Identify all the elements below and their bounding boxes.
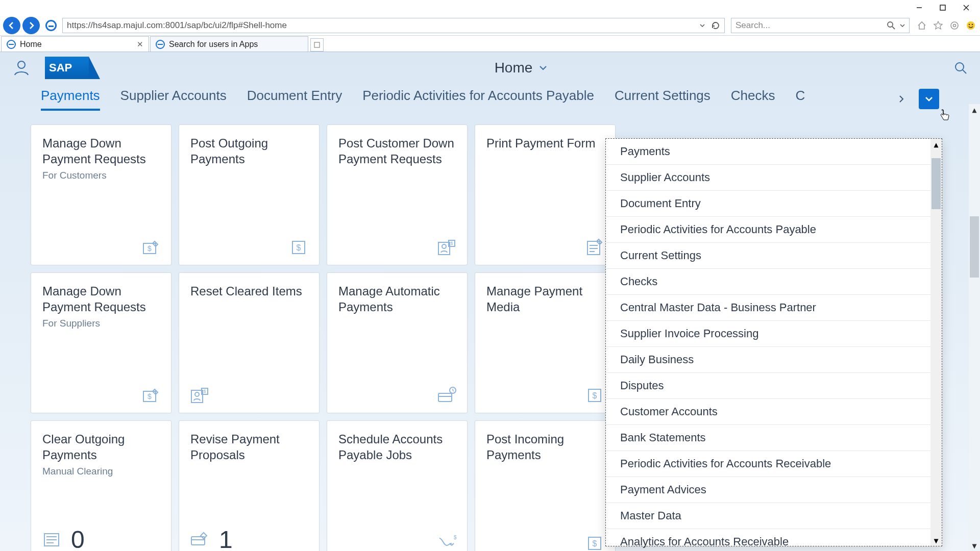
menu-scrollbar[interactable]: ▴ ▾ [930, 139, 942, 546]
window-minimize-button[interactable] [908, 0, 931, 15]
browser-tab-home[interactable]: Home ✕ [1, 36, 149, 52]
scroll-up-icon[interactable]: ▴ [930, 139, 942, 150]
tile[interactable]: Post Outgoing Payments$ [179, 124, 320, 265]
svg-rect-33 [438, 393, 452, 402]
overflow-menu-item[interactable]: Payments [606, 139, 942, 165]
smiley-icon[interactable] [965, 19, 977, 32]
dollar-box-icon: $ [584, 385, 605, 406]
overflow-menu-item[interactable]: Supplier Accounts [606, 165, 942, 191]
tile[interactable]: Reset Cleared Items$ [179, 272, 320, 413]
svg-rect-1 [940, 5, 945, 10]
anchor-tab[interactable]: Supplier Accounts [120, 88, 227, 111]
tile[interactable]: Revise Payment Proposals1 [179, 420, 320, 551]
tile-footer: $ [189, 385, 210, 406]
tile[interactable]: Print Payment Form [475, 124, 616, 265]
overflow-menu-item[interactable]: Supplier Invoice Processing [606, 321, 942, 347]
address-bar[interactable]: https://hs4sap.majul.com:8001/sap/bc/ui2… [62, 18, 725, 33]
svg-point-10 [972, 23, 973, 25]
tile-footer: 1 [189, 525, 233, 551]
svg-point-30 [195, 392, 199, 396]
search-icon[interactable] [887, 21, 896, 30]
overflow-menu-item[interactable]: Customer Accounts [606, 399, 942, 425]
scroll-up-icon[interactable]: ▴ [969, 104, 980, 115]
anchor-tab[interactable]: Payments [41, 88, 100, 111]
overflow-menu-item[interactable]: Bank Statements [606, 425, 942, 451]
dollar-box-icon: $ [584, 533, 605, 551]
page-scrollbar[interactable]: ▴ ▾ [969, 104, 980, 551]
tile[interactable]: Schedule Accounts Payable Jobs$ [327, 420, 468, 551]
ie-icon [156, 40, 165, 49]
overflow-menu-item[interactable]: Daily Business [606, 347, 942, 373]
svg-point-6 [951, 22, 958, 29]
browser-search-input[interactable]: Search... [731, 18, 910, 33]
overflow-menu-item[interactable]: Analytics for Accounts Receivable [606, 529, 942, 551]
sap-logo[interactable]: SAP [45, 57, 89, 79]
overflow-menu-item[interactable]: Periodic Activities for Accounts Payable [606, 217, 942, 243]
anchor-scroll-right[interactable] [897, 95, 913, 103]
dollar-box-icon: $ [288, 237, 309, 258]
nav-forward-button[interactable] [22, 17, 40, 34]
tile-title: Schedule Accounts Payable Jobs [338, 431, 456, 463]
tile-footer: 0 [41, 525, 85, 551]
favorites-icon[interactable] [932, 19, 944, 32]
search-dropdown-icon[interactable] [900, 23, 905, 28]
svg-line-5 [892, 27, 895, 29]
anchor-tab[interactable]: Checks [731, 88, 775, 111]
address-dropdown-icon[interactable] [700, 23, 705, 28]
new-tab-button[interactable] [310, 38, 324, 52]
scroll-thumb[interactable] [970, 216, 979, 278]
home-icon[interactable] [916, 19, 928, 32]
chart-down-icon: $ [436, 533, 457, 551]
scroll-down-icon[interactable]: ▾ [930, 535, 942, 546]
window-close-button[interactable] [954, 0, 978, 15]
nav-back-button[interactable] [3, 17, 20, 34]
cursor-icon [939, 109, 950, 122]
scroll-down-icon[interactable]: ▾ [969, 540, 980, 551]
overflow-menu-item[interactable]: Central Master Data - Business Partner [606, 295, 942, 321]
tile-title: Manage Automatic Payments [338, 283, 456, 315]
overflow-menu-item[interactable]: Document Entry [606, 191, 942, 217]
browser-tab-search-apps[interactable]: Search for users in Apps [150, 36, 308, 52]
shell-search-button[interactable] [953, 61, 968, 75]
shell-title-button[interactable]: Home [89, 60, 953, 76]
user-profile-button[interactable] [12, 59, 31, 77]
ie-icon [7, 40, 16, 49]
anchor-tab[interactable]: Current Settings [615, 88, 710, 111]
tile[interactable]: Clear Outgoing PaymentsManual Clearing0 [31, 420, 172, 551]
refresh-icon[interactable] [711, 21, 720, 30]
tab-close-icon[interactable]: ✕ [137, 40, 143, 49]
overflow-menu-item[interactable]: Current Settings [606, 243, 942, 269]
browser-tabstrip: Home ✕ Search for users in Apps [0, 36, 980, 52]
scroll-thumb[interactable] [932, 158, 941, 209]
list-icon [41, 530, 62, 550]
tile-footer: $ [436, 533, 457, 551]
window-maximize-button[interactable] [931, 0, 954, 15]
anchor-tab[interactable]: Document Entry [247, 88, 342, 111]
tile[interactable]: Manage Automatic Payments [327, 272, 468, 413]
tile[interactable]: Manage Payment Media$ [475, 272, 616, 413]
svg-text:$: $ [593, 391, 597, 400]
tile[interactable]: Post Incoming Payments$ [475, 420, 616, 551]
tab-label: Home [20, 40, 42, 49]
tools-icon[interactable] [948, 19, 961, 32]
svg-point-8 [967, 21, 975, 30]
overflow-menu-item[interactable]: Periodic Activities for Accounts Receiva… [606, 451, 942, 477]
overflow-menu-item[interactable]: Master Data [606, 503, 942, 529]
search-placeholder-text: Search... [736, 20, 770, 31]
anchor-tab[interactable]: C [796, 88, 805, 111]
tile-title: Manage Payment Media [486, 283, 604, 315]
tile[interactable]: Post Customer Down Payment Requests$ [327, 124, 468, 265]
tile-kpi: 1 [219, 525, 233, 551]
tile-title: Clear Outgoing Payments [42, 431, 160, 463]
tile-footer [584, 237, 605, 258]
svg-text:$: $ [148, 244, 152, 253]
overflow-menu-item[interactable]: Disputes [606, 373, 942, 399]
overflow-menu-item[interactable]: Payment Advices [606, 477, 942, 503]
form-edit-icon [584, 237, 605, 258]
overflow-menu-item[interactable]: Checks [606, 269, 942, 295]
anchor-overflow-button[interactable] [919, 89, 939, 109]
tile[interactable]: Manage Down Payment RequestsFor Supplier… [31, 272, 172, 413]
anchor-tab[interactable]: Periodic Activities for Accounts Payable [362, 88, 594, 111]
tile[interactable]: Manage Down Payment RequestsFor Customer… [31, 124, 172, 265]
tile-footer: $ [288, 237, 309, 258]
